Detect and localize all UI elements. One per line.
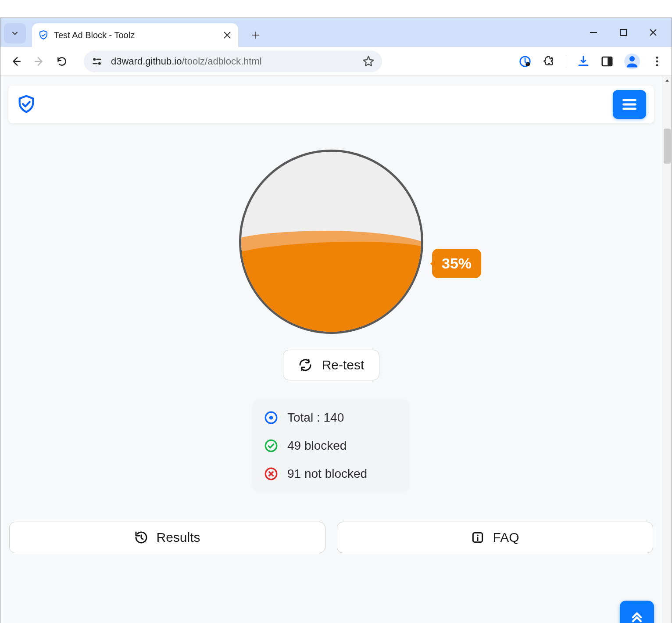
stat-blocked-label: 49 blocked bbox=[287, 439, 347, 453]
vertical-scrollbar[interactable] bbox=[662, 76, 672, 623]
new-tab-button[interactable] bbox=[247, 26, 265, 44]
scroll-up-button[interactable] bbox=[662, 76, 672, 86]
address-bar[interactable]: d3ward.github.io/toolz/adblock.html bbox=[84, 50, 382, 72]
menu-button[interactable] bbox=[613, 90, 646, 119]
download-icon bbox=[577, 55, 590, 68]
page-content: 35% Re-test Total : 140 bbox=[0, 76, 662, 623]
forward-button[interactable] bbox=[29, 52, 49, 71]
downloads-button[interactable] bbox=[577, 55, 590, 68]
puzzle-icon bbox=[542, 55, 555, 68]
extension-shield-icon[interactable] bbox=[518, 55, 532, 68]
extensions-button[interactable] bbox=[542, 55, 555, 68]
score-percent-badge: 35% bbox=[432, 249, 481, 278]
minimize-icon bbox=[588, 27, 599, 38]
back-to-top-button[interactable] bbox=[620, 601, 654, 623]
browser-tab-bar: Test Ad Block - Toolz bbox=[0, 18, 672, 47]
svg-point-2 bbox=[98, 62, 101, 64]
history-icon bbox=[134, 530, 148, 544]
stat-not-blocked-label: 91 not blocked bbox=[287, 467, 367, 481]
svg-rect-6 bbox=[608, 57, 612, 66]
browser-tab[interactable]: Test Ad Block - Toolz bbox=[32, 23, 238, 47]
app-header bbox=[8, 86, 654, 123]
footer-buttons: Results FAQ bbox=[0, 509, 662, 558]
arrow-left-icon bbox=[11, 56, 22, 67]
dot-circle-icon bbox=[264, 410, 279, 425]
url-text: d3ward.github.io/toolz/adblock.html bbox=[111, 56, 362, 67]
reload-button[interactable] bbox=[52, 52, 71, 71]
window-maximize-button[interactable] bbox=[618, 27, 629, 38]
app-logo-shield-icon bbox=[16, 94, 36, 115]
maximize-icon bbox=[618, 27, 629, 38]
stat-total-label: Total : 140 bbox=[287, 411, 344, 425]
refresh-icon bbox=[298, 358, 312, 372]
person-icon bbox=[624, 54, 640, 69]
tab-favicon-shield-icon bbox=[38, 30, 49, 40]
browser-toolbar: d3ward.github.io/toolz/adblock.html bbox=[0, 47, 672, 76]
site-settings-icon bbox=[91, 55, 103, 68]
svg-point-7 bbox=[629, 56, 635, 61]
star-icon bbox=[362, 55, 375, 68]
arrow-right-icon bbox=[33, 56, 45, 67]
site-info-button[interactable] bbox=[91, 55, 103, 68]
side-panel-icon bbox=[601, 55, 614, 68]
svg-point-16 bbox=[477, 534, 479, 536]
retest-label: Re-test bbox=[322, 358, 365, 372]
window-minimize-button[interactable] bbox=[588, 27, 599, 38]
faq-button[interactable]: FAQ bbox=[337, 522, 653, 553]
svg-point-12 bbox=[269, 416, 273, 420]
retest-button[interactable]: Re-test bbox=[283, 350, 380, 380]
close-icon bbox=[648, 27, 658, 38]
kebab-icon bbox=[651, 55, 664, 68]
plus-icon bbox=[251, 30, 261, 40]
tab-close-button[interactable] bbox=[222, 30, 232, 40]
chevron-down-icon bbox=[11, 29, 19, 38]
results-button[interactable]: Results bbox=[9, 522, 325, 553]
results-label: Results bbox=[156, 530, 200, 545]
reload-icon bbox=[56, 56, 68, 67]
hamburger-icon bbox=[621, 96, 638, 113]
search-tabs-button[interactable] bbox=[4, 23, 26, 43]
score-liquid-gauge: 35% bbox=[239, 150, 423, 334]
window-close-button[interactable] bbox=[648, 27, 658, 38]
chrome-menu-button[interactable] bbox=[651, 55, 664, 68]
chevrons-up-icon bbox=[629, 608, 645, 623]
info-icon bbox=[471, 530, 485, 544]
svg-point-1 bbox=[93, 58, 96, 61]
tab-title: Test Ad Block - Toolz bbox=[54, 30, 222, 40]
svg-point-9 bbox=[656, 60, 658, 62]
stats-card: Total : 140 49 blocked 91 not blocked bbox=[252, 400, 410, 492]
stat-blocked: 49 blocked bbox=[264, 438, 399, 453]
svg-point-10 bbox=[656, 64, 658, 66]
triangle-up-icon bbox=[665, 78, 670, 83]
svg-rect-0 bbox=[620, 29, 626, 36]
separator bbox=[566, 55, 566, 68]
stat-total: Total : 140 bbox=[264, 410, 399, 425]
svg-point-8 bbox=[656, 56, 658, 58]
profile-button[interactable] bbox=[624, 54, 640, 69]
back-button[interactable] bbox=[7, 52, 26, 71]
scrollbar-thumb[interactable] bbox=[664, 129, 671, 164]
close-icon bbox=[222, 30, 232, 40]
bookmark-button[interactable] bbox=[362, 55, 375, 68]
x-circle-icon bbox=[264, 466, 279, 481]
side-panel-button[interactable] bbox=[601, 55, 614, 68]
faq-label: FAQ bbox=[493, 530, 519, 545]
check-circle-icon bbox=[264, 438, 279, 453]
stat-not-blocked: 91 not blocked bbox=[264, 466, 399, 481]
